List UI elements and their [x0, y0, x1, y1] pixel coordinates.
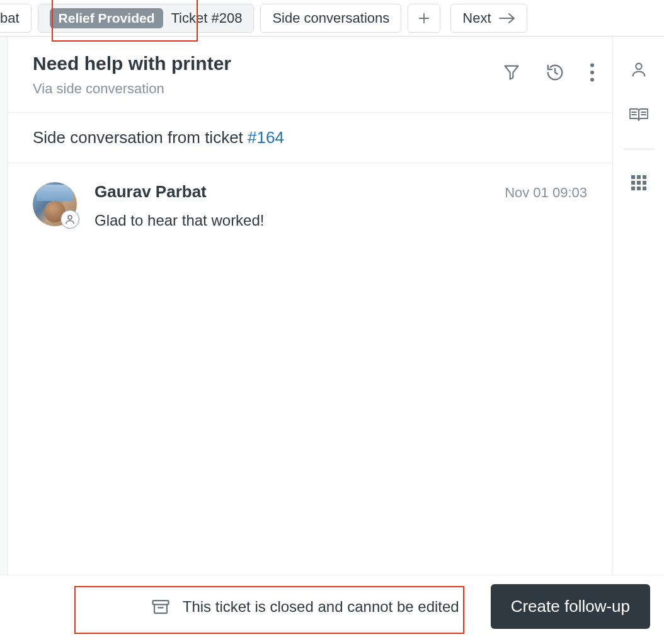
rail-divider	[624, 149, 654, 149]
history-icon	[546, 63, 564, 82]
tab-previous-partial[interactable]: bat	[0, 4, 31, 33]
svg-rect-18	[643, 181, 646, 185]
archive-icon	[151, 597, 170, 616]
tab-add[interactable]	[408, 4, 440, 33]
svg-rect-15	[643, 175, 646, 179]
svg-rect-13	[631, 175, 635, 179]
rail-knowledge-button[interactable]	[629, 106, 649, 124]
ticket-title: Need help with printer	[33, 53, 503, 74]
message-body: Glad to hear that worked!	[94, 212, 587, 229]
main-panel: Need help with printer Via side conversa…	[8, 37, 612, 575]
svg-marker-3	[505, 66, 518, 79]
apps-grid-icon	[631, 175, 647, 191]
tab-side-conversations[interactable]: Side conversations	[260, 4, 401, 33]
svg-point-5	[590, 71, 594, 74]
closed-text: This ticket is closed and cannot be edit…	[183, 598, 459, 616]
left-gutter	[0, 37, 8, 575]
status-badge: Relief Provided	[50, 8, 164, 28]
svg-point-4	[590, 63, 594, 67]
more-vertical-icon	[590, 63, 595, 82]
filter-button[interactable]	[503, 63, 520, 82]
avatar[interactable]	[33, 182, 77, 226]
svg-rect-19	[631, 187, 635, 190]
rail-user-button[interactable]	[630, 60, 648, 78]
side-conversation-source: Side conversation from ticket #164	[8, 113, 612, 163]
message: Gaurav Parbat Nov 01 09:03 Glad to hear …	[8, 163, 612, 248]
workspace: Need help with printer Via side conversa…	[0, 37, 664, 575]
tab-ticket-label: Ticket #208	[171, 10, 242, 26]
svg-rect-20	[637, 187, 641, 190]
rail-apps-button[interactable]	[631, 175, 647, 191]
filter-icon	[503, 63, 520, 81]
next-button[interactable]: Next	[450, 4, 527, 33]
svg-point-7	[68, 216, 72, 219]
more-button[interactable]	[590, 63, 595, 82]
closed-message: This ticket is closed and cannot be edit…	[142, 591, 468, 623]
footer: This ticket is closed and cannot be edit…	[0, 575, 664, 638]
right-rail	[612, 37, 664, 575]
source-ticket-link[interactable]: #164	[248, 128, 284, 147]
svg-point-6	[590, 78, 594, 82]
arrow-right-icon	[499, 13, 515, 24]
ticket-subtitle: Via side conversation	[33, 81, 503, 97]
svg-rect-14	[637, 175, 641, 179]
tab-active-ticket[interactable]: Relief Provided Ticket #208	[38, 4, 255, 33]
tab-bar: bat Relief Provided Ticket #208 Side con…	[0, 0, 664, 37]
history-button[interactable]	[546, 63, 564, 82]
next-label: Next	[462, 10, 491, 26]
tab-label: Side conversations	[272, 10, 389, 26]
svg-rect-21	[643, 187, 646, 190]
avatar-role-badge	[60, 210, 79, 229]
plus-icon	[417, 11, 431, 25]
create-follow-up-button[interactable]: Create follow-up	[491, 584, 650, 629]
svg-rect-22	[152, 601, 168, 604]
book-open-icon	[629, 106, 649, 124]
person-icon	[630, 60, 648, 78]
svg-rect-17	[637, 181, 641, 185]
ticket-header: Need help with printer Via side conversa…	[8, 37, 612, 113]
svg-rect-16	[631, 181, 635, 185]
source-prefix: Side conversation from ticket	[33, 128, 248, 147]
tab-label: bat	[0, 10, 20, 26]
message-timestamp: Nov 01 09:03	[505, 185, 587, 201]
svg-point-8	[636, 64, 641, 69]
message-author: Gaurav Parbat	[94, 182, 207, 202]
person-icon	[64, 214, 76, 225]
